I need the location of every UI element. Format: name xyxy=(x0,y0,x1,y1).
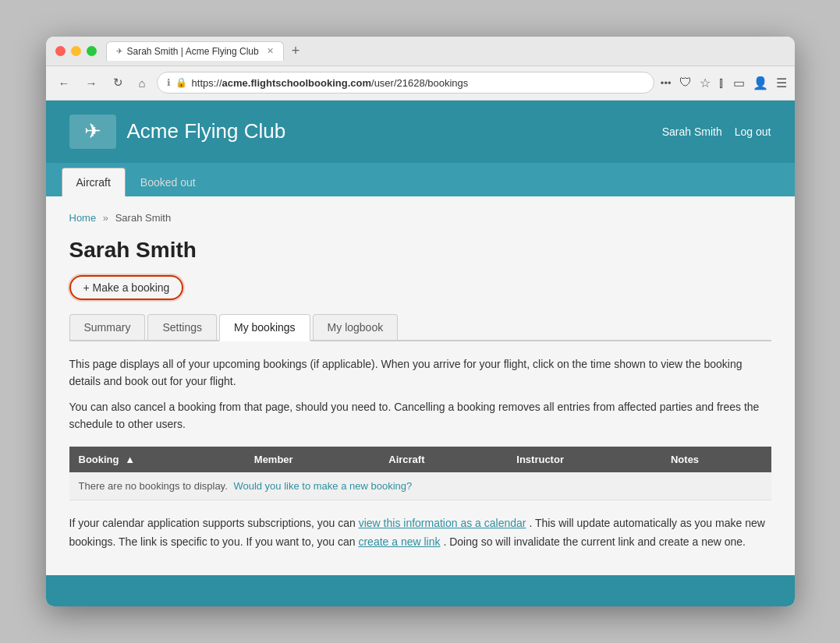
tab-label: Sarah Smith | Acme Flying Club xyxy=(127,46,259,57)
new-tab-button[interactable]: + xyxy=(287,43,305,59)
header-user-area: Sarah Smith Log out xyxy=(662,125,771,138)
tab-summary[interactable]: Summary xyxy=(69,314,146,340)
addressbar: ← → ↻ ⌂ ℹ 🔒 https://acme.flightschoolboo… xyxy=(46,66,795,101)
nav-tab-booked-out[interactable]: Booked out xyxy=(126,168,211,196)
inner-tabs: Summary Settings My bookings My logbook xyxy=(69,314,771,341)
tab-favicon: ✈ xyxy=(116,47,122,55)
tab-close-icon[interactable]: ✕ xyxy=(267,46,274,56)
fullscreen-button[interactable] xyxy=(87,46,97,56)
breadcrumb-separator: » xyxy=(103,212,108,224)
tab-settings-label: Settings xyxy=(162,321,202,334)
menu-icon[interactable]: ☰ xyxy=(776,76,787,90)
nav-tabs: Aircraft Booked out xyxy=(46,163,795,196)
calendar-info: If your calendar application supports su… xyxy=(69,514,771,552)
shield-icon[interactable]: 🛡 xyxy=(679,76,692,90)
logo-area: ✈ Acme Flying Club xyxy=(69,115,286,149)
url-path: /user/21628/bookings xyxy=(371,77,468,89)
site-title[interactable]: Acme Flying Club xyxy=(127,119,286,143)
bookings-table: Booking ▲ Member Aircraft Instructor Not… xyxy=(69,447,771,500)
page-title: Sarah Smith xyxy=(69,238,771,263)
lock-icon: 🔒 xyxy=(175,77,187,88)
make-new-booking-link[interactable]: Would you like to make a new booking? xyxy=(233,480,412,492)
description-1: This page displays all of your upcoming … xyxy=(69,355,771,390)
tab-summary-label: Summary xyxy=(84,321,131,334)
tab-area: ✈ Sarah Smith | Acme Flying Club ✕ + xyxy=(106,41,785,61)
more-icon[interactable]: ••• xyxy=(661,77,672,89)
reload-button[interactable]: ↻ xyxy=(108,72,128,93)
logout-link[interactable]: Log out xyxy=(735,125,771,138)
table-header-row: Booking ▲ Member Aircraft Instructor Not… xyxy=(69,447,771,472)
active-browser-tab[interactable]: ✈ Sarah Smith | Acme Flying Club ✕ xyxy=(106,41,284,61)
description-2: You can also cancel a booking from that … xyxy=(69,398,771,433)
create-new-link[interactable]: create a new link xyxy=(358,535,440,548)
nav-tab-aircraft[interactable]: Aircraft xyxy=(62,168,126,196)
breadcrumb: Home » Sarah Smith xyxy=(69,212,771,224)
col-notes: Notes xyxy=(661,447,771,472)
logo-icon: ✈ xyxy=(69,115,116,149)
calendar-text-3: . Doing so will invalidate the current l… xyxy=(443,535,746,548)
site-footer xyxy=(46,575,795,606)
account-icon[interactable]: 👤 xyxy=(753,76,768,90)
url-host: acme.flightschoolbooking.com xyxy=(222,77,371,89)
col-notes-label: Notes xyxy=(671,454,699,465)
forward-button[interactable]: → xyxy=(81,73,102,93)
col-instructor: Instructor xyxy=(507,447,661,472)
tabs-icon[interactable]: ▭ xyxy=(733,76,745,90)
site-header: ✈ Acme Flying Club Sarah Smith Log out xyxy=(46,101,795,163)
col-booking: Booking ▲ xyxy=(69,447,245,472)
breadcrumb-home[interactable]: Home xyxy=(69,212,97,224)
library-icon[interactable]: ⫿ xyxy=(718,75,725,91)
header-username: Sarah Smith xyxy=(662,125,722,138)
close-button[interactable] xyxy=(55,46,66,56)
tab-my-logbook[interactable]: My logbook xyxy=(313,314,399,340)
make-booking-button[interactable]: + Make a booking xyxy=(69,275,184,300)
breadcrumb-current: Sarah Smith xyxy=(115,212,172,224)
tab-my-logbook-label: My logbook xyxy=(328,321,384,334)
plane-icon: ✈ xyxy=(84,119,101,143)
url-prefix: https:// xyxy=(192,77,222,89)
table-row: There are no bookings to display. Would … xyxy=(69,472,771,500)
tab-settings[interactable]: Settings xyxy=(147,314,217,340)
col-instructor-label: Instructor xyxy=(516,454,564,465)
browser-window: ✈ Sarah Smith | Acme Flying Club ✕ + ← →… xyxy=(46,37,795,606)
nav-tab-aircraft-label: Aircraft xyxy=(76,176,111,189)
no-bookings-text: There are no bookings to display. xyxy=(79,480,228,492)
calendar-text-1: If your calendar application supports su… xyxy=(69,517,356,529)
titlebar: ✈ Sarah Smith | Acme Flying Club ✕ + xyxy=(46,37,795,66)
no-bookings-cell: There are no bookings to display. Would … xyxy=(69,472,771,500)
info-icon: ℹ xyxy=(167,77,171,88)
main-content: Home » Sarah Smith Sarah Smith + Make a … xyxy=(46,196,795,575)
url-text: https://acme.flightschoolbooking.com/use… xyxy=(192,77,469,89)
back-button[interactable]: ← xyxy=(54,73,75,93)
home-button[interactable]: ⌂ xyxy=(134,73,151,93)
tab-my-bookings-label: My bookings xyxy=(234,321,296,334)
traffic-lights xyxy=(55,46,97,56)
view-calendar-link[interactable]: view this information as a calendar xyxy=(359,517,526,529)
nav-tab-booked-out-label: Booked out xyxy=(140,176,196,189)
tab-my-bookings[interactable]: My bookings xyxy=(219,314,310,341)
col-booking-label: Booking xyxy=(79,454,119,465)
toolbar-icons: ••• 🛡 ☆ ⫿ ▭ 👤 ☰ xyxy=(661,75,787,91)
col-member-label: Member xyxy=(254,454,293,465)
sort-arrow-icon[interactable]: ▲ xyxy=(125,454,135,465)
minimize-button[interactable] xyxy=(71,46,81,56)
bookmark-icon[interactable]: ☆ xyxy=(700,76,711,90)
col-aircraft: Aircraft xyxy=(379,447,507,472)
url-bar[interactable]: ℹ 🔒 https://acme.flightschoolbooking.com… xyxy=(157,72,654,94)
col-member: Member xyxy=(245,447,379,472)
col-aircraft-label: Aircraft xyxy=(388,454,424,465)
